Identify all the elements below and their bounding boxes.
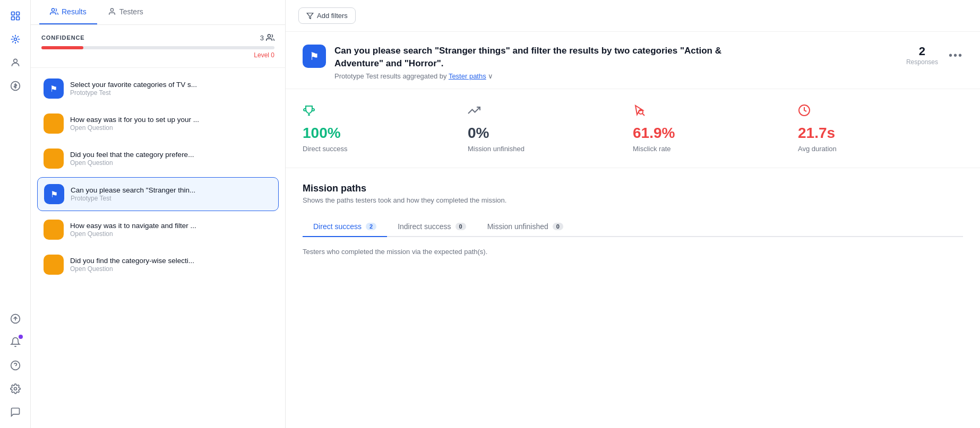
task-subtitle-2: Open Question <box>70 124 272 132</box>
task-header-subtitle: Prototype Test results aggregated by Tes… <box>334 72 727 80</box>
sidebar: Results Testers CONFIDENCE 3 Level 0 ⚑ S… <box>31 0 286 428</box>
task-header: ⚑ Can you please search "Stranger things… <box>286 32 980 89</box>
task-item-6[interactable]: Did you find the category-wise selecti..… <box>37 248 279 281</box>
mission-tab-indirect[interactable]: Indirect success 0 <box>387 217 477 237</box>
tester-paths-link[interactable]: Tester paths <box>449 72 486 80</box>
stats-row: 100% Direct success 0% Mission unfinishe… <box>286 89 980 168</box>
tab-testers[interactable]: Testers <box>97 0 154 24</box>
confidence-count: 3 <box>260 33 274 42</box>
mission-unfinished-badge: 0 <box>553 223 563 230</box>
task-item-2[interactable]: How easy was it for you to set up your .… <box>37 107 279 140</box>
task-icon-4: ⚑ <box>44 184 64 204</box>
tab-results[interactable]: Results <box>39 0 97 24</box>
direct-success-badge: 2 <box>366 223 376 230</box>
help-icon[interactable] <box>6 356 25 375</box>
mission-tabs: Direct success 2 Indirect success 0 Miss… <box>303 217 963 237</box>
home-icon[interactable] <box>6 6 25 25</box>
stat-value-misclick: 61.9% <box>633 125 798 142</box>
task-title-3: Did you feel that the category prefere..… <box>70 151 272 159</box>
bell-icon[interactable] <box>6 333 25 352</box>
indirect-success-badge: 0 <box>455 223 466 230</box>
task-item-4[interactable]: ⚑ Can you please search "Stranger thin..… <box>37 177 279 211</box>
svg-marker-13 <box>307 13 313 19</box>
task-item-1[interactable]: ⚑ Select your favorite categories of TV … <box>37 72 279 105</box>
task-icon-3 <box>44 149 64 169</box>
svg-rect-3 <box>16 17 19 20</box>
testers-note: Testers who completed the mission via th… <box>303 237 963 256</box>
stat-value-mission-unfinished: 0% <box>468 125 633 142</box>
stat-label-duration: Avg duration <box>798 145 963 153</box>
confidence-progress-fill <box>41 46 83 49</box>
svg-point-5 <box>13 59 17 63</box>
svg-point-9 <box>14 388 16 390</box>
cursor-icon <box>633 104 798 119</box>
responses-count: 2 Responses <box>906 45 938 66</box>
confidence-label: CONFIDENCE <box>41 34 85 41</box>
svg-rect-0 <box>11 12 14 15</box>
confidence-section: CONFIDENCE 3 Level 0 <box>31 25 285 68</box>
task-title-6: Did you find the category-wise selecti..… <box>70 257 272 265</box>
sidebar-tabs: Results Testers <box>31 0 285 25</box>
task-icon-5 <box>44 220 64 240</box>
confidence-progress-bg <box>41 46 274 49</box>
top-bar: Add filters <box>286 0 980 32</box>
task-icon-6 <box>44 255 64 275</box>
nav-rail <box>0 0 31 428</box>
task-subtitle-5: Open Question <box>70 230 272 238</box>
task-subtitle-4: Prototype Test <box>71 195 272 202</box>
arrow-icon <box>468 104 633 119</box>
task-title-2: How easy was it for you to set up your .… <box>70 116 272 124</box>
stat-label-mission-unfinished: Mission unfinished <box>468 145 633 153</box>
task-title-5: How easy was it to navigate and filter .… <box>70 222 272 230</box>
settings-icon[interactable] <box>6 379 25 398</box>
task-title-4: Can you please search "Stranger thin... <box>71 186 272 194</box>
svg-point-4 <box>14 38 16 41</box>
task-item-5[interactable]: How easy was it to navigate and filter .… <box>37 213 279 246</box>
add-filters-button[interactable]: Add filters <box>298 7 356 24</box>
stat-value-direct-success: 100% <box>303 125 468 142</box>
task-subtitle-3: Open Question <box>70 159 272 167</box>
mission-tab-unfinished[interactable]: Mission unfinished 0 <box>477 217 574 237</box>
mission-paths-section: Mission paths Shows the paths testers to… <box>286 168 980 256</box>
task-subtitle-6: Open Question <box>70 265 272 273</box>
feedback-icon[interactable] <box>6 403 25 422</box>
svg-point-10 <box>51 8 54 11</box>
clock-icon <box>798 104 963 119</box>
svg-rect-2 <box>11 17 14 20</box>
stat-mission-unfinished: 0% Mission unfinished <box>468 104 633 153</box>
svg-rect-1 <box>16 12 19 15</box>
task-header-icon: ⚑ <box>303 45 326 68</box>
stat-value-duration: 21.7s <box>798 125 963 142</box>
dollar-icon[interactable] <box>6 76 25 95</box>
stat-label-direct-success: Direct success <box>303 145 468 153</box>
task-header-title: Can you please search "Stranger things" … <box>334 45 727 70</box>
more-options-button[interactable]: ••• <box>949 49 963 62</box>
grid-icon[interactable] <box>6 30 25 49</box>
upload-icon[interactable] <box>6 309 25 328</box>
mission-tab-direct[interactable]: Direct success 2 <box>303 217 387 237</box>
svg-line-15 <box>642 113 644 116</box>
main-content: Add filters ⚑ Can you please search "Str… <box>286 0 980 428</box>
stat-misclick-rate: 61.9% Misclick rate <box>633 104 798 153</box>
task-icon-2 <box>44 113 64 134</box>
svg-point-11 <box>110 8 113 11</box>
stat-label-misclick: Misclick rate <box>633 145 798 153</box>
user-icon[interactable] <box>6 53 25 72</box>
stat-direct-success: 100% Direct success <box>303 104 468 153</box>
confidence-level: Level 0 <box>41 51 274 59</box>
task-subtitle-1: Prototype Test <box>70 89 272 97</box>
mission-paths-subtitle: Shows the paths testers took and how the… <box>303 196 963 204</box>
svg-point-12 <box>268 34 270 37</box>
stat-avg-duration: 21.7s Avg duration <box>798 104 963 153</box>
task-title-1: Select your favorite categories of TV s.… <box>70 81 272 89</box>
mission-paths-title: Mission paths <box>303 183 963 194</box>
task-list: ⚑ Select your favorite categories of TV … <box>31 68 285 428</box>
task-icon-1: ⚑ <box>44 78 64 99</box>
trophy-icon <box>303 104 468 119</box>
task-item-3[interactable]: Did you feel that the category prefere..… <box>37 142 279 175</box>
